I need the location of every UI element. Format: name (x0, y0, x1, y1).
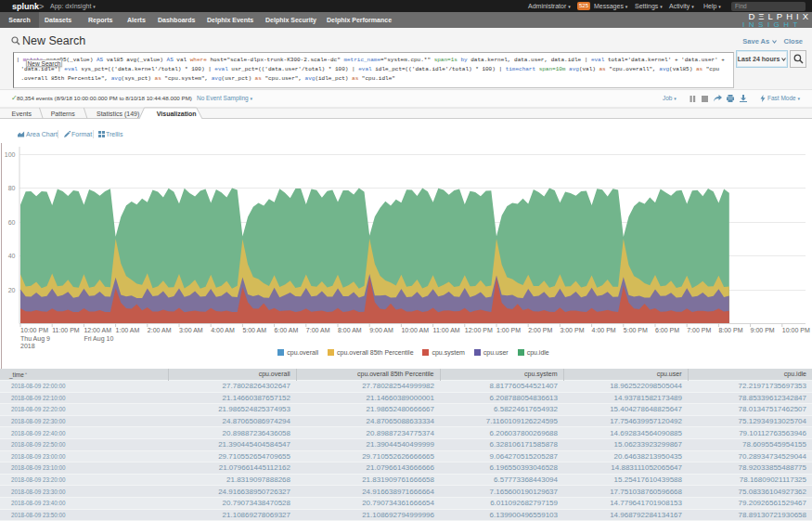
svg-text:7:00 AM: 7:00 AM (306, 327, 330, 333)
svg-text:Visualization: Visualization (157, 111, 197, 117)
svg-text:6:00 AM: 6:00 AM (275, 327, 299, 333)
svg-text:Fri Aug 10: Fri Aug 10 (84, 335, 113, 343)
svg-text:3:00 AM: 3:00 AM (179, 327, 203, 333)
svg-text:2018: 2018 (20, 343, 35, 349)
svg-text:12:00 PM: 12:00 PM (465, 327, 493, 333)
svg-text:100: 100 (5, 151, 16, 158)
svg-text:10:00 PM: 10:00 PM (782, 327, 810, 333)
svg-text:Statistics (149): Statistics (149) (97, 111, 139, 118)
svg-text:Patterns: Patterns (51, 111, 76, 117)
svg-text:Events: Events (12, 111, 32, 117)
svg-text:60: 60 (8, 219, 16, 226)
svg-text:8:00 AM: 8:00 AM (338, 327, 362, 333)
svg-text:9:00 AM: 9:00 AM (369, 327, 393, 333)
svg-text:1:00 AM: 1:00 AM (116, 327, 140, 333)
svg-text:3:00 PM: 3:00 PM (560, 327, 584, 333)
svg-text:5:00 AM: 5:00 AM (242, 327, 266, 333)
svg-text:40: 40 (8, 253, 16, 259)
svg-text:Thu Aug 9: Thu Aug 9 (20, 335, 50, 343)
svg-text:8:00 PM: 8:00 PM (718, 327, 742, 333)
svg-text:11:00 AM: 11:00 AM (433, 327, 460, 333)
svg-text:80: 80 (8, 185, 16, 191)
svg-text:9:00 PM: 9:00 PM (751, 327, 775, 333)
svg-text:4:00 PM: 4:00 PM (592, 327, 616, 333)
svg-text:2:00 AM: 2:00 AM (148, 327, 172, 333)
svg-text:7:00 PM: 7:00 PM (687, 327, 711, 333)
svg-text:1:00 PM: 1:00 PM (496, 327, 521, 333)
svg-text:6:00 PM: 6:00 PM (655, 327, 679, 333)
svg-text:20: 20 (8, 287, 16, 293)
svg-text:11:00 PM: 11:00 PM (52, 327, 80, 333)
svg-text:4:00 AM: 4:00 AM (211, 327, 235, 333)
svg-text:12:00 AM: 12:00 AM (84, 327, 111, 333)
svg-text:5:00 PM: 5:00 PM (624, 327, 648, 333)
svg-text:10:00 PM: 10:00 PM (20, 327, 48, 333)
svg-text:2:00 PM: 2:00 PM (528, 327, 552, 333)
svg-text:10:00 AM: 10:00 AM (401, 327, 429, 333)
